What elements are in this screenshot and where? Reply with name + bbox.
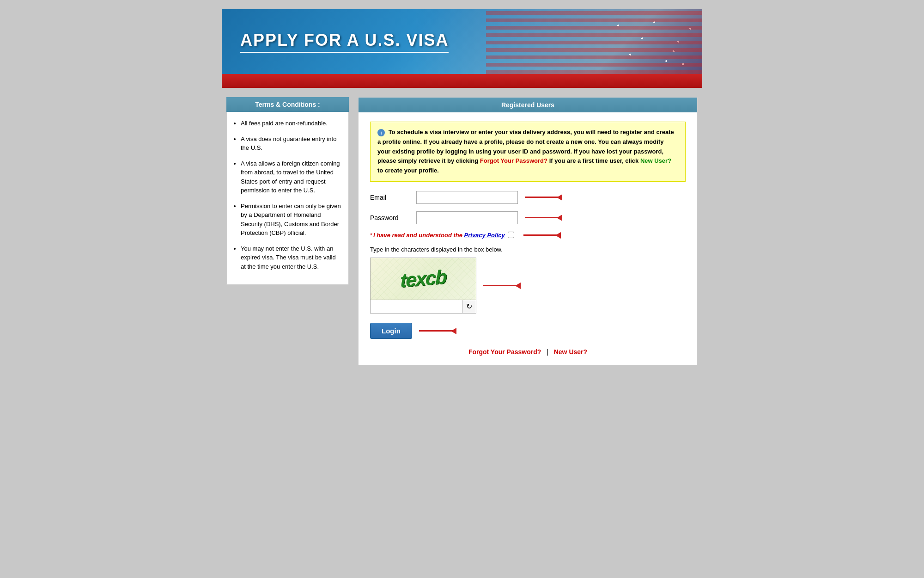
main-content: Terms & Conditions : All fees paid are n… bbox=[222, 88, 702, 375]
login-panel: Registered Users i To schedule a visa in… bbox=[358, 97, 698, 365]
terms-item-5: You may not enter the U.S. with an expir… bbox=[241, 244, 341, 271]
captcha-row: texcb ↻ bbox=[370, 258, 686, 314]
captcha-input[interactable] bbox=[371, 300, 462, 313]
page-wrapper: APPLY FOR A U.S. VISA Terms & Conditions… bbox=[222, 9, 702, 375]
terms-item-1: All fees paid are non-refundable. bbox=[241, 119, 341, 128]
terms-body: All fees paid are non-refundable. A visa… bbox=[226, 112, 349, 285]
terms-item-4: Permission to enter can only be given by… bbox=[241, 202, 341, 238]
email-row: Email bbox=[370, 191, 686, 204]
password-arrow bbox=[525, 217, 562, 218]
info-text-2: If you are a first time user, click bbox=[549, 157, 639, 164]
new-user-link-bottom[interactable]: New User? bbox=[554, 348, 587, 356]
header-stripes bbox=[486, 9, 702, 74]
captcha-label: Type in the characters displayed in the … bbox=[370, 246, 686, 253]
page-title: APPLY FOR A U.S. VISA bbox=[240, 31, 449, 53]
terms-item-3: A visa allows a foreign citizen coming f… bbox=[241, 159, 341, 195]
terms-panel: Terms & Conditions : All fees paid are n… bbox=[226, 97, 349, 365]
bottom-links: Forgot Your Password? | New User? bbox=[370, 348, 686, 356]
captcha-image: texcb bbox=[371, 258, 476, 300]
captcha-input-row: ↻ bbox=[371, 300, 476, 313]
email-input[interactable] bbox=[416, 191, 518, 204]
privacy-policy-link[interactable]: Privacy Policy bbox=[464, 232, 505, 239]
link-separator: | bbox=[547, 348, 548, 356]
privacy-row: * I have read and understood the Privacy… bbox=[370, 232, 686, 239]
terms-heading: Terms & Conditions : bbox=[226, 97, 349, 112]
captcha-refresh-button[interactable]: ↻ bbox=[462, 300, 476, 313]
forgot-password-link-bottom[interactable]: Forgot Your Password? bbox=[468, 348, 541, 356]
captcha-container: texcb ↻ bbox=[370, 258, 476, 314]
password-input[interactable] bbox=[416, 211, 518, 224]
header-banner: APPLY FOR A U.S. VISA bbox=[222, 9, 702, 74]
red-bar bbox=[222, 74, 702, 88]
forgot-password-link-info[interactable]: Forgot Your Password? bbox=[480, 157, 547, 164]
password-label: Password bbox=[370, 214, 416, 221]
registered-users-heading: Registered Users bbox=[359, 98, 697, 112]
terms-item-2: A visa does not guarantee entry into the… bbox=[241, 135, 341, 153]
email-label: Email bbox=[370, 194, 416, 201]
asterisk: * bbox=[370, 232, 372, 239]
terms-list: All fees paid are non-refundable. A visa… bbox=[231, 119, 341, 271]
login-button-row: Login bbox=[370, 323, 686, 339]
privacy-checkbox[interactable] bbox=[508, 232, 514, 238]
info-text-3: to create your profile. bbox=[377, 167, 439, 174]
captcha-text-display: texcb bbox=[400, 266, 446, 292]
email-arrow bbox=[525, 197, 562, 198]
login-arrow bbox=[419, 330, 456, 332]
privacy-arrow bbox=[523, 234, 560, 236]
password-row: Password bbox=[370, 211, 686, 224]
login-button[interactable]: Login bbox=[370, 323, 412, 339]
captcha-arrow bbox=[483, 285, 520, 286]
new-user-link-info[interactable]: New User? bbox=[640, 157, 671, 164]
info-icon: i bbox=[377, 129, 385, 136]
privacy-label: I have read and understood the bbox=[373, 232, 464, 239]
login-body: i To schedule a visa interview or enter … bbox=[359, 112, 697, 365]
info-box: i To schedule a visa interview or enter … bbox=[370, 122, 686, 182]
